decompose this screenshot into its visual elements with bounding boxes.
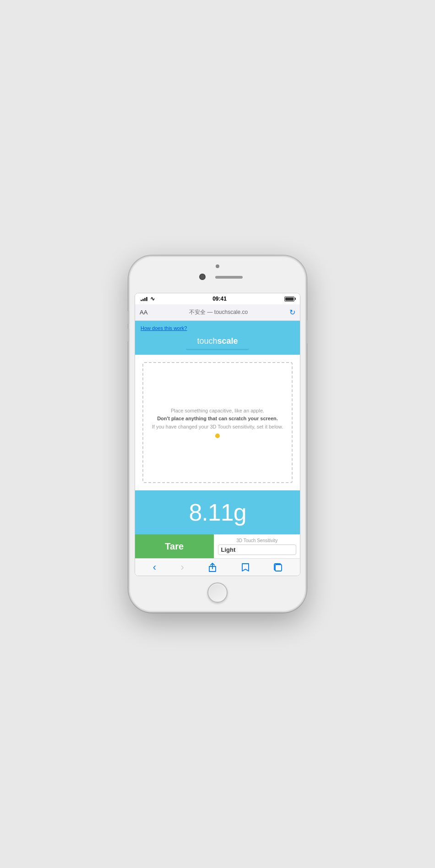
touch-indicator bbox=[215, 434, 220, 438]
power-button[interactable] bbox=[306, 320, 308, 343]
battery-icon bbox=[284, 297, 294, 302]
front-camera bbox=[199, 274, 206, 280]
share-icon bbox=[208, 563, 217, 572]
weight-value: 8.11g bbox=[141, 499, 294, 526]
instruction-3d: If you have changed your 3D Touch sensit… bbox=[145, 423, 290, 431]
font-size-control[interactable]: AA bbox=[140, 309, 147, 316]
drop-zone[interactable]: Place something capacitive, like an appl… bbox=[142, 362, 293, 483]
tare-button[interactable]: Tare bbox=[135, 534, 214, 558]
safari-toolbar: ‹ › bbox=[135, 558, 300, 576]
signal-bars-icon bbox=[141, 297, 147, 301]
bottom-controls: Tare 3D Touch Sensitivity Light Medium F… bbox=[135, 534, 300, 558]
home-button[interactable] bbox=[207, 582, 228, 603]
svg-rect-1 bbox=[275, 565, 282, 571]
weight-display: 8.11g bbox=[135, 490, 300, 534]
sensitivity-label: 3D Touch Sensitivity bbox=[236, 538, 277, 543]
bookmarks-icon bbox=[241, 563, 250, 572]
bookmarks-button[interactable] bbox=[238, 561, 253, 574]
phone-frame: ∿ 09:41 AA 不安全 — touchscale.co ↻ How doe… bbox=[128, 255, 307, 613]
tabs-button[interactable] bbox=[270, 561, 286, 573]
forward-button[interactable]: › bbox=[177, 560, 188, 575]
sensitivity-panel: 3D Touch Sensitivity Light Medium Firm bbox=[214, 534, 300, 558]
url-bar[interactable]: AA 不安全 — touchscale.co ↻ bbox=[135, 304, 300, 321]
status-left: ∿ bbox=[141, 296, 155, 302]
scale-area[interactable]: Place something capacitive, like an appl… bbox=[135, 355, 300, 490]
how-link-bar: How does this work? bbox=[135, 321, 300, 332]
phone-screen: ∿ 09:41 AA 不安全 — touchscale.co ↻ How doe… bbox=[135, 293, 300, 576]
instruction-bold: Don't place anything that can scratch yo… bbox=[150, 415, 285, 423]
logo-light-text: touch bbox=[197, 336, 217, 346]
volume-down-button[interactable] bbox=[127, 329, 129, 341]
url-address[interactable]: 不安全 — touchscale.co bbox=[151, 308, 286, 316]
reload-button[interactable]: ↻ bbox=[289, 308, 295, 317]
sensitivity-select[interactable]: Light Medium Firm bbox=[218, 544, 297, 555]
volume-up-button[interactable] bbox=[127, 311, 129, 324]
speaker-grille bbox=[215, 276, 243, 279]
status-right bbox=[284, 297, 294, 302]
wifi-icon: ∿ bbox=[150, 296, 155, 302]
status-bar: ∿ 09:41 bbox=[135, 293, 300, 304]
how-link[interactable]: How does this work? bbox=[141, 325, 187, 331]
forward-icon: › bbox=[181, 561, 184, 573]
app-header: touchscale bbox=[135, 332, 300, 355]
share-button[interactable] bbox=[205, 561, 220, 574]
battery-fill bbox=[285, 297, 294, 301]
status-time: 09:41 bbox=[212, 296, 227, 302]
instruction-normal: Place something capacitive, like an appl… bbox=[163, 407, 272, 415]
back-button[interactable]: ‹ bbox=[149, 560, 160, 575]
tabs-icon bbox=[274, 563, 282, 571]
headphone-dot bbox=[216, 264, 219, 268]
app-logo: touchscale bbox=[186, 335, 249, 350]
logo-bold-text: scale bbox=[218, 336, 238, 346]
app-content: How does this work? touchscale Place som… bbox=[135, 321, 300, 576]
back-icon: ‹ bbox=[153, 561, 156, 573]
